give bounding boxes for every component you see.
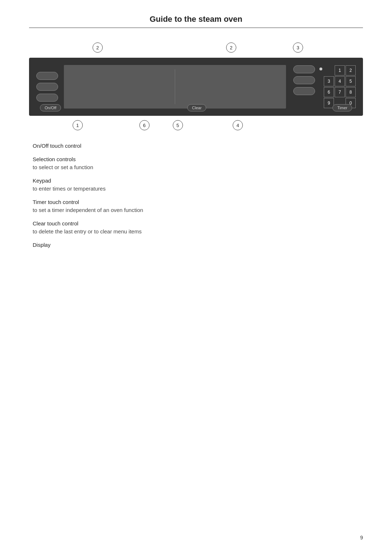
keypad-key-5[interactable]: 5 — [346, 76, 356, 86]
desc-text-3: Keypad to enter times or temperatures — [33, 177, 106, 193]
desc-row-3: Keypad to enter times or temperatures — [33, 177, 363, 193]
right-selector-group — [293, 65, 315, 95]
selector-btn-2[interactable] — [36, 83, 58, 91]
callout-top-3: 3 — [293, 42, 303, 53]
desc-row-4: Timer touch control to set a timer indep… — [33, 198, 363, 215]
desc-sub-2: to select or set a function — [33, 163, 93, 172]
desc-text-4: Timer touch control to set a timer indep… — [33, 198, 143, 215]
page-title: Guide to the steam oven — [29, 15, 363, 24]
keypad-key-2[interactable]: 2 — [346, 65, 356, 76]
keypad-area: 1 2 3 4 5 6 7 8 9 0 — [319, 65, 356, 108]
desc-main-2: Selection controls — [33, 156, 75, 162]
desc-main-1: On/Off touch control — [33, 143, 81, 149]
desc-text-2: Selection controls to select or set a fu… — [33, 155, 93, 172]
keypad-grid: 1 2 3 4 5 6 7 8 9 0 — [324, 65, 356, 108]
display-divider — [175, 69, 175, 104]
desc-row-6: Display — [33, 241, 363, 249]
desc-text-1: On/Off touch control — [33, 142, 81, 150]
display-screen — [64, 65, 286, 109]
desc-row-2: Selection controls to select or set a fu… — [33, 155, 363, 172]
keypad-key-3[interactable]: 3 — [324, 76, 334, 86]
keypad-key-1[interactable]: 1 — [335, 65, 345, 76]
callout-top-2-left: 2 — [93, 42, 103, 53]
desc-text-5: Clear touch control to delete the last e… — [33, 220, 142, 236]
desc-sub-5: to delete the last entry or to clear men… — [33, 228, 142, 236]
right-selector-btn-3[interactable] — [293, 87, 315, 95]
callout-bot-5: 5 — [173, 120, 183, 130]
selector-btn-1[interactable] — [36, 72, 58, 80]
keypad-key-7[interactable]: 7 — [335, 87, 345, 97]
callout-bot-1: 1 — [73, 120, 83, 130]
bottom-buttons-row: On/Off Clear Timer — [29, 104, 363, 111]
timer-button[interactable]: Timer — [332, 104, 352, 111]
right-selector-btn-2[interactable] — [293, 76, 315, 84]
bottom-callouts-row: 1 6 5 4 — [29, 116, 363, 135]
callout-top-2-right: 2 — [226, 42, 236, 53]
descriptions-list: On/Off touch control Selection controls … — [29, 142, 363, 249]
keypad-key-4[interactable]: 4 — [335, 76, 345, 86]
top-callouts-row: 2 2 3 — [29, 39, 363, 58]
desc-main-3: Keypad — [33, 177, 51, 184]
desc-sub-4: to set a timer independent of an oven fu… — [33, 206, 143, 215]
right-selector-btn-1[interactable] — [293, 65, 315, 73]
desc-main-4: Timer touch control — [33, 199, 79, 205]
desc-main-6: Display — [33, 242, 50, 248]
keypad-indicator-dot — [319, 68, 322, 70]
desc-row-5: Clear touch control to delete the last e… — [33, 220, 363, 236]
diagram-wrapper: 2 2 3 — [29, 39, 363, 135]
title-divider — [29, 28, 363, 28]
desc-sub-3: to enter times or temperatures — [33, 185, 106, 193]
desc-main-5: Clear touch control — [33, 220, 78, 227]
keypad-key-6[interactable]: 6 — [324, 87, 334, 97]
oven-panel: 1 2 3 4 5 6 7 8 9 0 — [29, 58, 363, 116]
clear-button[interactable]: Clear — [187, 104, 206, 111]
desc-text-6: Display — [33, 241, 50, 249]
desc-row-1: On/Off touch control — [33, 142, 363, 150]
callout-bot-4: 4 — [233, 120, 243, 130]
selector-btn-3[interactable] — [36, 94, 58, 102]
left-selector-group — [36, 72, 58, 102]
on-off-button[interactable]: On/Off — [40, 104, 61, 111]
keypad-key-8[interactable]: 8 — [346, 87, 356, 97]
keypad-empty-top-left — [324, 65, 334, 76]
page-number: 9 — [360, 535, 363, 540]
panel-right: 1 2 3 4 5 6 7 8 9 0 — [293, 65, 356, 108]
callout-bot-6: 6 — [139, 120, 150, 130]
